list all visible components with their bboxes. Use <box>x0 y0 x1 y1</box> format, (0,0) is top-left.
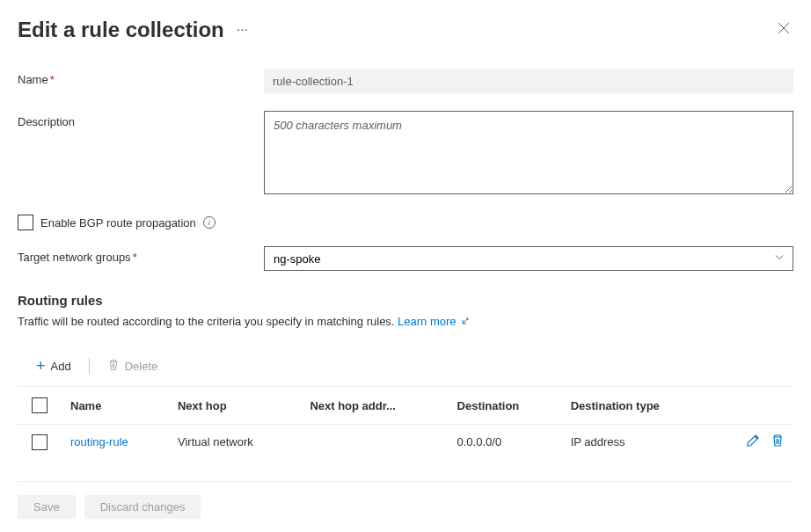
column-next-hop: Next hop <box>169 387 301 425</box>
routing-rules-heading: Routing rules <box>18 293 793 308</box>
column-name: Name <box>62 387 169 425</box>
required-star-icon: * <box>50 73 55 86</box>
table-row: routing-rule Virtual network 0.0.0.0/0 I… <box>18 425 793 460</box>
routing-rules-table: Name Next hop Next hop addr... Destinati… <box>18 386 793 459</box>
toolbar-divider <box>89 358 90 374</box>
more-icon[interactable]: ··· <box>237 22 248 38</box>
target-groups-select[interactable] <box>264 246 793 271</box>
description-label: Description <box>18 111 246 128</box>
page-title: Edit a rule collection <box>18 18 224 42</box>
close-icon[interactable] <box>774 18 793 41</box>
delete-icon[interactable] <box>771 434 785 450</box>
description-textarea[interactable] <box>264 111 793 194</box>
column-next-hop-addr: Next hop addr... <box>301 387 448 425</box>
rule-destination: 0.0.0.0/0 <box>449 425 562 460</box>
bgp-checkbox[interactable] <box>18 215 33 230</box>
trash-icon <box>107 359 120 374</box>
target-groups-label: Target network groups* <box>18 246 246 264</box>
info-icon[interactable]: i <box>203 216 216 229</box>
rule-destination-type: IP address <box>562 425 713 460</box>
column-destination: Destination <box>449 387 562 425</box>
rule-next-hop-addr <box>301 425 448 460</box>
required-star-icon: * <box>133 251 137 264</box>
learn-more-link[interactable]: Learn more <box>398 315 470 328</box>
routing-rules-description: Traffic will be routed according to the … <box>18 315 793 328</box>
name-label: Name* <box>18 69 246 86</box>
rule-name-link[interactable]: routing-rule <box>70 435 128 448</box>
plus-icon: + <box>36 358 46 374</box>
add-button[interactable]: + Add <box>31 354 77 377</box>
select-all-checkbox[interactable] <box>32 397 47 413</box>
name-input[interactable] <box>264 69 793 93</box>
delete-button: Delete <box>102 355 164 377</box>
bgp-label: Enable BGP route propagation <box>40 216 196 230</box>
save-button[interactable]: Save <box>18 495 76 519</box>
rule-next-hop: Virtual network <box>169 425 301 460</box>
row-checkbox[interactable] <box>32 434 47 450</box>
column-destination-type: Destination type <box>562 387 713 425</box>
discard-button[interactable]: Discard changes <box>84 495 201 519</box>
edit-icon[interactable] <box>746 434 760 450</box>
external-link-icon <box>458 317 470 327</box>
